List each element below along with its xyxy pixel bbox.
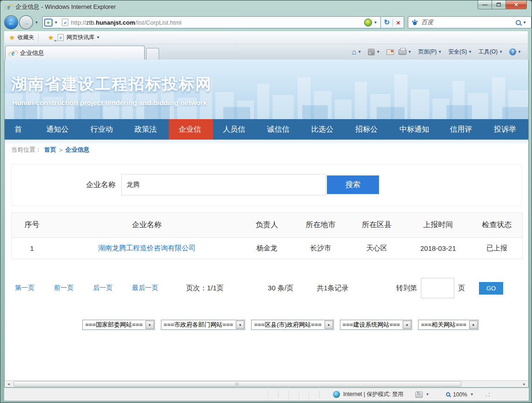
stop-icon[interactable]: ×: [392, 19, 404, 27]
feeds-page-icon[interactable]: e: [58, 34, 64, 41]
select-national-sites[interactable]: ===国家部委网站===▼: [82, 320, 155, 330]
nav-item-policy[interactable]: 政策法规: [125, 119, 169, 140]
nav-item-credit-info[interactable]: 诚信信息: [257, 119, 301, 140]
corp-name-input[interactable]: [121, 174, 326, 195]
url-prefix: http://: [71, 19, 86, 26]
col-city: 所在地市: [293, 213, 349, 238]
minimize-button[interactable]: —: [478, 0, 492, 9]
maximize-icon: [497, 3, 501, 7]
feeds-dropdown-icon[interactable]: ▼: [96, 35, 100, 40]
history-dropdown-icon[interactable]: ▼: [35, 20, 39, 25]
select-city-dept-sites[interactable]: ===市政府各部门网站===▼: [161, 320, 246, 330]
chevron-down-icon: ▼: [469, 321, 478, 329]
resize-grip-icon[interactable]: [485, 392, 491, 397]
print-button[interactable]: ▼: [399, 49, 413, 55]
status-segments: [268, 390, 329, 399]
zoom-level: 100%: [453, 391, 467, 398]
nav-item-personnel[interactable]: 人员信息: [213, 119, 257, 140]
web-search-box[interactable]: 百度 ▼: [408, 16, 532, 28]
nav-item-award-notice[interactable]: 中标通知书: [390, 119, 440, 140]
site-subtitle: Hunan construction project tendering and…: [12, 99, 207, 107]
zoom-control[interactable]: 100% ▼: [446, 391, 479, 398]
address-bar[interactable]: + ▼ e http://ztb.hunanjst.com/list/CorpL…: [42, 16, 381, 28]
favorites-star-icon[interactable]: ★: [9, 34, 15, 42]
search-placeholder: 百度: [421, 18, 433, 27]
zone-text: Internet | 保护模式: 禁用: [343, 390, 403, 398]
url-path: /list/CorpList.html: [135, 19, 181, 26]
chevron-down-icon[interactable]: ▼: [54, 20, 58, 25]
cell-city: 长沙市: [293, 238, 349, 259]
feeds-label[interactable]: 网页快讯库: [66, 34, 94, 41]
scroll-right-arrow[interactable]: ▸: [520, 381, 528, 387]
goto-page-input[interactable]: [421, 278, 454, 298]
breadcrumb-home-link[interactable]: 首页: [44, 146, 56, 154]
tab-corp-info[interactable]: e 企业信息: [5, 46, 145, 60]
nav-item-credit-eval[interactable]: 信用评价: [440, 119, 484, 140]
title-bar[interactable]: e 企业信息 - Windows Internet Explorer: [0, 0, 532, 13]
new-tab-button[interactable]: [146, 48, 159, 60]
go-button[interactable]: GO: [479, 282, 503, 295]
breadcrumb-label: 当前位置：: [11, 146, 41, 154]
search-button[interactable]: 搜索: [327, 175, 379, 194]
scrollbar-thumb[interactable]: [13, 381, 461, 387]
last-page-link[interactable]: 最后一页: [132, 284, 158, 292]
horizontal-scrollbar[interactable]: ◂ ▸: [5, 380, 528, 387]
scroll-left-arrow[interactable]: ◂: [5, 381, 13, 387]
search-dropdown-icon[interactable]: ▼: [523, 20, 526, 25]
window-controls: — ✕: [478, 0, 527, 9]
search-magnifier-icon[interactable]: [516, 20, 521, 25]
safety-menu[interactable]: 安全(S)▼: [448, 48, 474, 56]
cell-district: 天心区: [349, 238, 405, 259]
separator: [38, 34, 39, 42]
per-page-info: 30 条/页: [268, 284, 293, 293]
close-button[interactable]: ✕: [505, 0, 527, 9]
col-corp-name: 企业名称: [52, 213, 241, 238]
feeds-button[interactable]: ▼: [368, 48, 382, 55]
scan-dropdown-icon[interactable]: ▼: [374, 20, 378, 25]
footer-link-selects: ===国家部委网站===▼ ===市政府各部门网站===▼ ===区县(市)政府…: [5, 320, 528, 330]
breadcrumb-separator: >: [59, 147, 63, 154]
goto-page-group: 转到第 页 GO: [396, 278, 518, 298]
protected-mode-button[interactable]: ▼: [415, 391, 434, 398]
command-bar: ⌂▼ ▼ ▼ 页面(P)▼ 安全(S)▼ 工具(O)▼ ?▼: [347, 44, 528, 60]
nav-item-notices[interactable]: 通知公告: [36, 119, 80, 140]
nav-item-industry[interactable]: 行业动态: [80, 119, 125, 140]
back-button[interactable]: ←: [4, 15, 18, 29]
url-text[interactable]: http://ztb.hunanjst.com/list/CorpList.ht…: [71, 19, 181, 26]
security-scan-icon[interactable]: [364, 19, 372, 27]
select-related-sites[interactable]: ===相关网站===▼: [418, 320, 479, 330]
address-buttons: ↻ ×: [381, 16, 404, 28]
forward-button[interactable]: →: [19, 15, 33, 29]
page-info: 页次：1/1页: [186, 284, 224, 293]
maximize-button[interactable]: [492, 0, 506, 9]
corp-name-link[interactable]: 湖南龙腾工程造价咨询有限公司: [98, 244, 196, 252]
nav-item-comparison[interactable]: 比选公告: [301, 119, 346, 140]
chevron-down-icon: ▼: [325, 321, 333, 329]
nav-item-tender[interactable]: 招标公告: [346, 119, 390, 140]
breadcrumb-current-link[interactable]: 企业信息: [66, 146, 90, 154]
nav-item-complaints[interactable]: 投诉举报: [484, 119, 528, 140]
page-icon: e: [62, 19, 68, 26]
cell-principal: 杨金龙: [241, 238, 293, 259]
shield-add-icon[interactable]: +: [44, 19, 53, 27]
first-page-link[interactable]: 第一页: [15, 284, 34, 292]
home-button[interactable]: ⌂▼: [352, 48, 364, 56]
tab-bar: e 企业信息 ⌂▼ ▼ ▼ 页面(P)▼ 安全(S)▼ 工具(O)▼ ?▼: [4, 44, 528, 60]
browser-window: e 企业信息 - Windows Internet Explorer — ✕ ←…: [0, 0, 532, 403]
favorites-label[interactable]: 收藏夹: [17, 34, 34, 41]
select-construction-sites[interactable]: ===建设系统网站===▼: [340, 320, 412, 330]
select-district-gov-sites[interactable]: ===区县(市)政府网站===▼: [251, 320, 333, 330]
refresh-icon[interactable]: ↻: [381, 18, 392, 27]
nav-item-home[interactable]: 首页: [5, 119, 36, 140]
globe-icon: [333, 391, 340, 398]
page-menu[interactable]: 页面(P)▼: [418, 48, 444, 56]
mail-button[interactable]: [386, 49, 394, 55]
nav-item-corp-info[interactable]: 企业信息: [169, 119, 213, 140]
help-menu[interactable]: ?▼: [509, 48, 523, 55]
add-favorite-icon[interactable]: ★: [47, 34, 53, 42]
ie-logo-icon: e: [5, 3, 13, 11]
prev-page-link[interactable]: 前一页: [54, 284, 73, 292]
search-panel: 企业名称 搜索: [11, 164, 522, 206]
next-page-link[interactable]: 后一页: [93, 284, 113, 292]
tools-menu[interactable]: 工具(O)▼: [479, 48, 505, 56]
